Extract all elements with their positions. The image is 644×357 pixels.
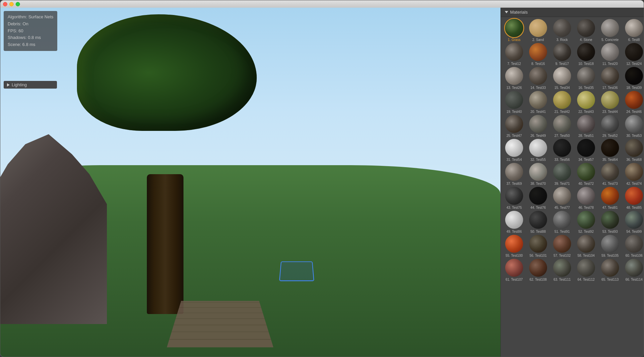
material-item-18[interactable]: 18. Test39 bbox=[623, 67, 644, 90]
material-item-26[interactable]: 26. Test49 bbox=[527, 115, 549, 138]
material-item-44[interactable]: 44. Test76 bbox=[527, 187, 549, 209]
viewport[interactable]: Algorithm: Surface Nets Debris: On FPS: … bbox=[0, 8, 500, 357]
material-item-9[interactable]: 9. Test17 bbox=[551, 43, 573, 66]
material-item-53[interactable]: 53. Test93 bbox=[599, 211, 621, 233]
material-item-36[interactable]: 36. Test68 bbox=[623, 139, 644, 162]
material-item-39[interactable]: 39. Test71 bbox=[551, 163, 573, 185]
traffic-lights bbox=[3, 2, 20, 6]
material-item-47[interactable]: 47. Test81 bbox=[599, 187, 621, 209]
material-item-58[interactable]: 58. Test104 bbox=[575, 235, 597, 257]
material-item-17[interactable]: 17. Test36 bbox=[599, 67, 621, 90]
material-item-59[interactable]: 59. Test105 bbox=[599, 235, 621, 257]
maximize-button[interactable] bbox=[16, 2, 20, 6]
material-sphere-45 bbox=[553, 187, 571, 205]
material-item-52[interactable]: 52. Test92 bbox=[575, 211, 597, 233]
material-item-13[interactable]: 13. Test26 bbox=[503, 67, 525, 90]
material-sphere-63 bbox=[553, 259, 571, 277]
material-item-33[interactable]: 33. Test56 bbox=[551, 139, 573, 162]
material-item-23[interactable]: 23. Test44 bbox=[599, 91, 621, 114]
material-sphere-11 bbox=[601, 43, 619, 61]
material-item-4[interactable]: 4. Stone bbox=[575, 19, 597, 42]
lighting-header[interactable]: Lighting bbox=[4, 81, 57, 89]
material-sphere-26 bbox=[529, 115, 547, 133]
material-item-31[interactable]: 31. Test54 bbox=[503, 139, 525, 162]
material-item-12[interactable]: 12. Test24 bbox=[623, 43, 644, 66]
material-item-28[interactable]: 28. Test51 bbox=[575, 115, 597, 138]
material-item-37[interactable]: 37. Test69 bbox=[503, 163, 525, 185]
material-item-25[interactable]: 25. Test47 bbox=[503, 115, 525, 138]
material-item-15[interactable]: 15. Test34 bbox=[551, 67, 573, 90]
window-frame: Algorithm: Surface Nets Debris: On FPS: … bbox=[0, 0, 644, 357]
material-item-8[interactable]: 8. Test16 bbox=[527, 43, 549, 66]
material-label-27: 27. Test50 bbox=[551, 134, 573, 138]
material-item-51[interactable]: 51. Test91 bbox=[551, 211, 573, 233]
material-item-40[interactable]: 40. Test72 bbox=[575, 163, 597, 185]
material-item-46[interactable]: 46. Test78 bbox=[575, 187, 597, 209]
material-label-45: 45. Test77 bbox=[551, 206, 573, 209]
material-label-32: 32. Test55 bbox=[527, 158, 549, 162]
material-item-50[interactable]: 50. Test88 bbox=[527, 211, 549, 233]
material-item-45[interactable]: 45. Test77 bbox=[551, 187, 573, 209]
material-item-6[interactable]: 6. Test8 bbox=[623, 19, 644, 42]
material-item-61[interactable]: 61. Test107 bbox=[503, 259, 525, 281]
material-item-32[interactable]: 32. Test55 bbox=[527, 139, 549, 162]
material-label-20: 20. Test41 bbox=[527, 110, 549, 114]
material-label-16: 16. Test35 bbox=[575, 86, 597, 90]
material-item-64[interactable]: 64. Test112 bbox=[575, 259, 597, 281]
material-item-19[interactable]: 19. Test40 bbox=[503, 91, 525, 114]
materials-row: 25. Test4726. Test4927. Test5028. Test51… bbox=[503, 115, 642, 138]
material-item-65[interactable]: 65. Test113 bbox=[599, 259, 621, 281]
material-item-48[interactable]: 48. Test85 bbox=[623, 187, 644, 209]
material-item-16[interactable]: 16. Test35 bbox=[575, 67, 597, 90]
material-item-21[interactable]: 21. Test42 bbox=[551, 91, 573, 114]
material-item-29[interactable]: 29. Test52 bbox=[599, 115, 621, 138]
material-item-7[interactable]: 7. Test12 bbox=[503, 43, 525, 66]
material-item-22[interactable]: 22. Test43 bbox=[575, 91, 597, 114]
material-label-59: 59. Test105 bbox=[599, 254, 621, 257]
material-item-62[interactable]: 62. Test108 bbox=[527, 259, 549, 281]
material-item-30[interactable]: 30. Test53 bbox=[623, 115, 644, 138]
material-sphere-1 bbox=[505, 19, 523, 37]
material-item-38[interactable]: 38. Test70 bbox=[527, 163, 549, 185]
material-item-41[interactable]: 41. Test73 bbox=[599, 163, 621, 185]
materials-row: 7. Test128. Test169. Test1710. Test1811.… bbox=[503, 43, 642, 66]
material-item-63[interactable]: 63. Test111 bbox=[551, 259, 573, 281]
materials-grid[interactable]: 1. Grass2. Sand3. Rock4. Stone5. Concret… bbox=[501, 17, 644, 357]
material-label-26: 26. Test49 bbox=[527, 134, 549, 138]
material-sphere-60 bbox=[625, 235, 643, 253]
material-item-24[interactable]: 24. Test46 bbox=[623, 91, 644, 114]
material-item-43[interactable]: 43. Test75 bbox=[503, 187, 525, 209]
material-item-27[interactable]: 27. Test50 bbox=[551, 115, 573, 138]
material-item-14[interactable]: 14. Test33 bbox=[527, 67, 549, 90]
material-label-6: 6. Test8 bbox=[623, 38, 644, 42]
close-button[interactable] bbox=[3, 2, 7, 6]
material-label-15: 15. Test34 bbox=[551, 86, 573, 90]
material-sphere-30 bbox=[625, 115, 643, 133]
material-label-62: 62. Test108 bbox=[527, 278, 549, 281]
material-item-1[interactable]: 1. Grass bbox=[503, 19, 525, 42]
material-item-20[interactable]: 20. Test41 bbox=[527, 91, 549, 114]
material-item-49[interactable]: 49. Test86 bbox=[503, 211, 525, 233]
material-item-57[interactable]: 57. Test102 bbox=[551, 235, 573, 257]
collapse-icon bbox=[7, 83, 10, 87]
material-item-42[interactable]: 42. Test74 bbox=[623, 163, 644, 185]
material-item-34[interactable]: 34. Test57 bbox=[575, 139, 597, 162]
material-sphere-58 bbox=[577, 235, 595, 253]
material-item-55[interactable]: 55. Test100 bbox=[503, 235, 525, 257]
material-item-66[interactable]: 66. Test114 bbox=[623, 259, 644, 281]
material-label-7: 7. Test12 bbox=[503, 62, 525, 66]
material-item-10[interactable]: 10. Test18 bbox=[575, 43, 597, 66]
material-item-5[interactable]: 5. Concrete bbox=[599, 19, 621, 42]
material-item-54[interactable]: 54. Test99 bbox=[623, 211, 644, 233]
material-sphere-21 bbox=[553, 91, 571, 109]
minimize-button[interactable] bbox=[9, 2, 14, 6]
material-item-56[interactable]: 56. Test101 bbox=[527, 235, 549, 257]
material-item-35[interactable]: 35. Test64 bbox=[599, 139, 621, 162]
material-item-3[interactable]: 3. Rock bbox=[551, 19, 573, 42]
material-item-60[interactable]: 60. Test106 bbox=[623, 235, 644, 257]
material-label-9: 9. Test17 bbox=[551, 62, 573, 66]
material-label-4: 4. Stone bbox=[575, 38, 597, 42]
material-item-11[interactable]: 11. Test20 bbox=[599, 43, 621, 66]
materials-row: 31. Test5432. Test5533. Test5634. Test57… bbox=[503, 139, 642, 162]
material-item-2[interactable]: 2. Sand bbox=[527, 19, 549, 42]
